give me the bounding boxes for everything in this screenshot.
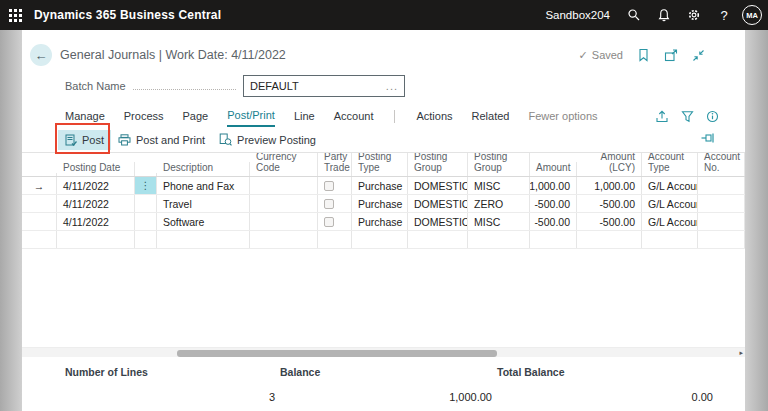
cell-gen-posting-type[interactable]	[352, 231, 408, 248]
menu-tab-manage[interactable]: Manage	[65, 107, 105, 126]
search-button[interactable]	[622, 3, 646, 27]
cell-selector[interactable]	[22, 231, 57, 248]
cell-currency-code[interactable]	[250, 195, 318, 212]
settings-button[interactable]	[682, 3, 706, 27]
app-launcher-button[interactable]	[0, 0, 30, 30]
cell-description[interactable]: Phone and Fax	[157, 177, 250, 194]
open-in-new-window-button[interactable]	[664, 49, 678, 62]
notifications-button[interactable]	[652, 3, 676, 27]
column-header-amount[interactable]: Amount	[530, 162, 577, 176]
menu-tab-process[interactable]: Process	[124, 107, 164, 126]
post-button[interactable]: Post	[58, 130, 111, 150]
menu-tab-page[interactable]: Page	[183, 107, 209, 126]
cell-amount-lcy[interactable]	[577, 231, 642, 248]
cell-row-menu[interactable]	[135, 213, 157, 230]
cell-party-trade[interactable]	[318, 177, 352, 194]
cell-currency-code[interactable]	[250, 231, 318, 248]
column-header-row-menu[interactable]	[135, 173, 157, 176]
cell-selector[interactable]	[22, 195, 57, 212]
cell-party-trade[interactable]	[318, 213, 352, 230]
column-header-selector[interactable]	[22, 173, 57, 176]
cell-gen-prod-posting-group[interactable]: MISC	[468, 177, 530, 194]
cell-posting-date[interactable]	[57, 231, 135, 248]
cell-description[interactable]: Software	[157, 213, 250, 230]
column-header-party-trade[interactable]: Party Trade	[318, 153, 352, 176]
horizontal-scrollbar[interactable]: ▸	[22, 347, 745, 357]
cell-amount-lcy[interactable]: -500.00	[577, 195, 642, 212]
share-button[interactable]	[655, 110, 669, 123]
cell-amount[interactable]: -500.00	[530, 195, 577, 212]
cell-bal-account-no[interactable]	[698, 213, 745, 230]
cell-gen-posting-type[interactable]: Purchase	[352, 177, 408, 194]
column-header-gen-posting-type[interactable]: Gen. Posting Type	[352, 153, 408, 176]
right-scroll-gutter[interactable]	[745, 30, 768, 411]
post-and-print-button[interactable]: Post and Print	[111, 130, 212, 150]
cell-bal-account-type[interactable]: G/L Account	[642, 177, 698, 194]
help-button[interactable]: ?	[712, 3, 736, 27]
user-avatar[interactable]: MA	[742, 5, 762, 25]
assist-edit-button[interactable]: ...	[386, 80, 404, 92]
batch-name-input[interactable]: DEFAULT ...	[243, 75, 405, 97]
cell-description[interactable]: Travel	[157, 195, 250, 212]
cell-currency-code[interactable]	[250, 213, 318, 230]
cell-gen-posting-type[interactable]: Purchase	[352, 213, 408, 230]
column-header-bal-account-type[interactable]: Bal. Account Type	[642, 153, 698, 176]
cell-amount[interactable]: -500.00	[530, 213, 577, 230]
cell-description[interactable]	[157, 231, 250, 248]
cell-gen-bus-posting-group[interactable]: DOMESTIC	[408, 177, 468, 194]
party-trade-checkbox[interactable]	[324, 181, 334, 191]
cell-gen-bus-posting-group[interactable]: DOMESTIC	[408, 213, 468, 230]
cell-amount[interactable]	[530, 231, 577, 248]
cell-row-menu[interactable]	[135, 195, 157, 212]
column-header-posting-date[interactable]: Posting Date	[57, 162, 135, 176]
cell-amount-lcy[interactable]: -500.00	[577, 213, 642, 230]
cell-gen-bus-posting-group[interactable]	[408, 231, 468, 248]
cell-amount[interactable]: 1,000.00	[530, 177, 577, 194]
scroll-right-arrow-icon[interactable]: ▸	[739, 348, 743, 358]
party-trade-checkbox[interactable]	[324, 199, 334, 209]
menu-tab-post-print[interactable]: Post/Print	[227, 106, 275, 127]
filter-button[interactable]	[681, 110, 694, 123]
cell-posting-date[interactable]: 4/11/2022	[57, 213, 135, 230]
cell-posting-date[interactable]: 4/11/2022	[57, 195, 135, 212]
cell-gen-prod-posting-group[interactable]: ZERO	[468, 195, 530, 212]
cell-gen-prod-posting-group[interactable]: MISC	[468, 213, 530, 230]
collapse-button[interactable]	[692, 49, 705, 62]
cell-gen-prod-posting-group[interactable]	[468, 231, 530, 248]
cell-gen-bus-posting-group[interactable]: DOMESTIC	[408, 195, 468, 212]
pin-toolbar-button[interactable]	[700, 131, 715, 149]
cell-party-trade[interactable]	[318, 195, 352, 212]
menu-tab-related[interactable]: Related	[472, 107, 510, 126]
column-header-gen-prod-posting-group[interactable]: Gen. Prod. Posting Group	[468, 153, 530, 176]
row-menu-button[interactable]: ⋮	[135, 177, 157, 194]
cell-bal-account-no[interactable]	[698, 195, 745, 212]
cell-bal-account-type[interactable]: G/L Account	[642, 213, 698, 230]
horizontal-scrollbar-thumb[interactable]	[177, 350, 497, 357]
column-header-gen-bus-posting-group[interactable]: Gen. Bus. Posting Group	[408, 153, 468, 176]
column-header-amount-lcy[interactable]: Amount (LCY)	[577, 153, 642, 176]
column-header-currency-code[interactable]: Currency Code	[250, 153, 318, 176]
cell-posting-date[interactable]: 4/11/2022	[57, 177, 135, 194]
cell-party-trade[interactable]	[318, 231, 352, 248]
menu-tab-line[interactable]: Line	[294, 107, 315, 126]
preview-posting-button[interactable]: Preview Posting	[212, 129, 323, 150]
column-header-bal-account-no[interactable]: Bal. Account No.	[698, 153, 745, 176]
party-trade-checkbox[interactable]	[324, 217, 334, 227]
cell-row-menu[interactable]	[135, 231, 157, 248]
menu-tab-actions[interactable]: Actions	[416, 107, 452, 126]
cell-bal-account-no[interactable]	[698, 177, 745, 194]
cell-bal-account-no[interactable]	[698, 231, 745, 248]
active-row-arrow[interactable]: →	[22, 177, 57, 194]
back-button[interactable]: ←	[30, 44, 52, 66]
cell-bal-account-type[interactable]: G/L Account	[642, 195, 698, 212]
page-info-button[interactable]	[706, 110, 719, 123]
cell-amount-lcy[interactable]: 1,000.00	[577, 177, 642, 194]
cell-selector[interactable]	[22, 213, 57, 230]
bookmark-button[interactable]	[637, 48, 650, 62]
column-header-description[interactable]: Description	[157, 162, 250, 176]
menu-tab-account[interactable]: Account	[334, 107, 374, 126]
cell-gen-posting-type[interactable]: Purchase	[352, 195, 408, 212]
fewer-options-button[interactable]: Fewer options	[528, 107, 597, 126]
cell-bal-account-type[interactable]	[642, 231, 698, 248]
cell-currency-code[interactable]	[250, 177, 318, 194]
